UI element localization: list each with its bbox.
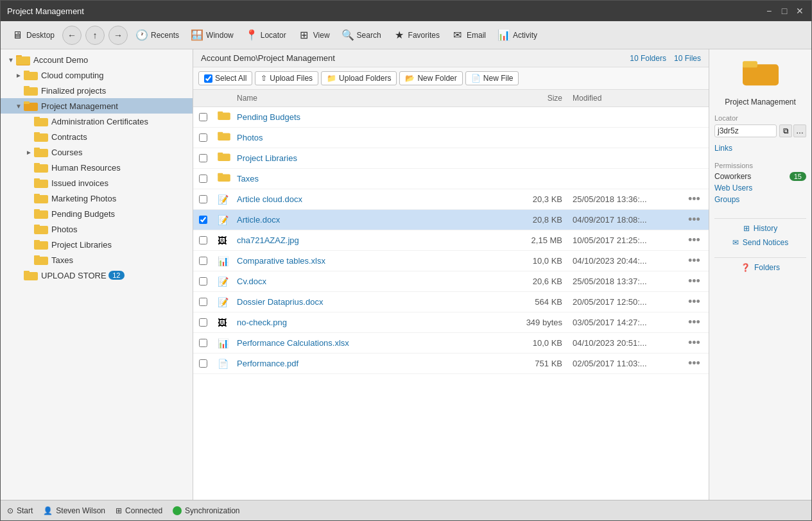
maximize-button[interactable]: □ [779, 6, 790, 16]
more-options-button[interactable] [683, 155, 709, 162]
groups-row[interactable]: Groups [714, 195, 806, 204]
more-options-button[interactable]: ••• [683, 271, 709, 291]
table-row[interactable]: 📝 Dossier Dataprius.docx 564 KB 20/05/20… [193, 292, 709, 312]
email-button[interactable]: ✉ Email [446, 26, 491, 44]
more-options-button[interactable]: ••• [683, 354, 709, 373]
row-checkbox[interactable] [199, 216, 207, 224]
view-button[interactable]: ⊞ View [293, 26, 335, 44]
sidebar-item-courses[interactable]: ► Courses [1, 144, 193, 160]
sidebar-item-finalized-projects[interactable]: Finalized projects [1, 83, 193, 98]
desktop-button[interactable]: 🖥 Desktop [6, 26, 60, 44]
locator-button[interactable]: 📍 Locator [240, 26, 291, 44]
file-name[interactable]: Dossier Dataprius.docx [232, 294, 490, 310]
more-options-button[interactable]: ••• [683, 230, 709, 250]
more-options-button[interactable]: ••• [683, 333, 709, 353]
select-all-checkbox[interactable] [204, 74, 212, 83]
table-row[interactable]: 📝 Article cloud.docx 20,3 KB 25/05/2018 … [193, 189, 709, 210]
start-item[interactable]: ⊙ Start [7, 506, 33, 515]
history-action[interactable]: ⊞ History [743, 224, 777, 233]
links-link[interactable]: Links [714, 144, 806, 153]
file-name[interactable]: Comparative tables.xlsx [232, 253, 490, 269]
file-name[interactable]: Performance Calculations.xlsx [232, 335, 490, 351]
activity-button[interactable]: 📊 Activity [492, 26, 542, 44]
web-users-row[interactable]: Web Users [714, 184, 806, 192]
more-options-button[interactable]: ••• [683, 189, 709, 209]
web-users-link[interactable]: Web Users [714, 184, 752, 192]
more-options-button[interactable]: ••• [683, 292, 709, 312]
more-locator-button[interactable]: … [793, 124, 806, 137]
copy-locator-button[interactable]: ⧉ [779, 124, 792, 137]
sidebar-item-human-resources[interactable]: Human Resources [1, 160, 193, 175]
folders-action[interactable]: ❓ Folders [741, 263, 780, 272]
file-name[interactable]: Project Libraries [232, 150, 490, 166]
new-file-button[interactable]: 📄 New File [465, 71, 519, 85]
more-options-button[interactable] [683, 114, 709, 121]
upload-folders-button[interactable]: 📁 Upload Folders [321, 71, 397, 85]
file-name[interactable]: Article.docx [232, 212, 490, 228]
send-notices-action[interactable]: ✉ Send Notices [732, 238, 788, 247]
minimize-button[interactable]: − [764, 6, 774, 16]
table-row[interactable]: Taxes [193, 169, 709, 189]
sidebar-item-cloud-computing[interactable]: ► Cloud computing [1, 67, 193, 83]
more-options-button[interactable]: ••• [683, 210, 709, 230]
search-button[interactable]: 🔍 Search [336, 26, 386, 44]
user-item[interactable]: 👤 Steven Wilson [43, 506, 105, 515]
sidebar-item-marketing-photos[interactable]: Marketing Photos [1, 191, 193, 206]
sidebar-item-issued-invoices[interactable]: Issued invoices [1, 175, 193, 191]
row-checkbox[interactable] [199, 236, 207, 244]
sidebar-item-taxes[interactable]: Taxes [1, 252, 193, 268]
files-count[interactable]: 10 Files [674, 54, 701, 63]
sidebar-item-upload-store[interactable]: UPLOAD STORE 12 [1, 268, 193, 283]
sidebar-item-admin-certs[interactable]: Administration Certificates [1, 114, 193, 129]
groups-link[interactable]: Groups [714, 195, 739, 204]
file-name[interactable]: cha721AZAZ.jpg [232, 232, 490, 248]
file-name[interactable]: Performance.pdf [232, 355, 490, 372]
file-name[interactable]: no-check.png [232, 314, 490, 330]
table-row[interactable]: 🖼 cha721AZAZ.jpg 2,15 MB 10/05/2017 21:2… [193, 230, 709, 251]
up-button[interactable]: ↑ [85, 26, 105, 45]
select-all-button[interactable]: Select All [198, 71, 252, 85]
table-row[interactable]: 📊 Performance Calculations.xlsx 10,0 KB … [193, 333, 709, 354]
back-button[interactable]: ← [62, 26, 82, 45]
table-row[interactable]: 📊 Comparative tables.xlsx 10,0 KB 04/10/… [193, 251, 709, 271]
row-checkbox[interactable] [199, 318, 207, 327]
more-options-button[interactable]: ••• [683, 251, 709, 271]
row-checkbox[interactable] [199, 277, 207, 286]
favorites-button[interactable]: ★ Favorites [388, 26, 445, 44]
file-name[interactable]: Photos [232, 130, 490, 146]
sidebar-item-pending-budgets[interactable]: Pending Budgets [1, 206, 193, 221]
row-checkbox[interactable] [199, 113, 207, 121]
row-checkbox[interactable] [199, 339, 207, 347]
folders-link[interactable]: Folders [754, 263, 780, 272]
forward-button[interactable]: → [108, 26, 128, 45]
sidebar-item-account-demo[interactable]: ▼ Account Demo [1, 52, 193, 67]
new-folder-button[interactable]: 📂 New Folder [399, 71, 462, 85]
row-checkbox[interactable] [199, 133, 207, 142]
row-checkbox[interactable] [199, 195, 207, 203]
file-name[interactable]: Pending Budgets [232, 109, 490, 125]
more-options-button[interactable]: ••• [683, 312, 709, 332]
recents-button[interactable]: 🕐 Recents [130, 26, 184, 44]
file-name[interactable]: Article cloud.docx [232, 191, 490, 207]
table-row[interactable]: 📄 Performance.pdf 751 KB 02/05/2017 11:0… [193, 354, 709, 374]
table-row[interactable]: 📝 Article.docx 20,8 KB 04/09/2017 18:08:… [193, 210, 709, 230]
file-name[interactable]: Cv.docx [232, 273, 490, 289]
sidebar-item-project-libraries[interactable]: Project Libraries [1, 237, 193, 252]
send-notices-link[interactable]: Send Notices [743, 238, 788, 247]
more-options-button[interactable] [683, 135, 709, 141]
folders-count[interactable]: 10 Folders [630, 54, 666, 63]
row-checkbox[interactable] [199, 175, 207, 183]
more-options-button[interactable] [683, 176, 709, 182]
file-name[interactable]: Taxes [232, 171, 490, 187]
table-row[interactable]: Photos [193, 128, 709, 148]
row-checkbox[interactable] [199, 298, 207, 306]
table-row[interactable]: 📝 Cv.docx 20,6 KB 25/05/2018 13:37:... •… [193, 271, 709, 292]
row-checkbox[interactable] [199, 257, 207, 265]
close-button[interactable]: ✕ [795, 6, 805, 16]
history-link[interactable]: History [754, 224, 777, 233]
window-button[interactable]: 🪟 Window [186, 26, 239, 44]
table-row[interactable]: Pending Budgets [193, 107, 709, 128]
sidebar-item-contracts[interactable]: Contracts [1, 129, 193, 144]
upload-files-button[interactable]: ⇧ Upload Files [255, 71, 318, 85]
sidebar-item-project-management[interactable]: ▼ Project Management [1, 98, 193, 114]
